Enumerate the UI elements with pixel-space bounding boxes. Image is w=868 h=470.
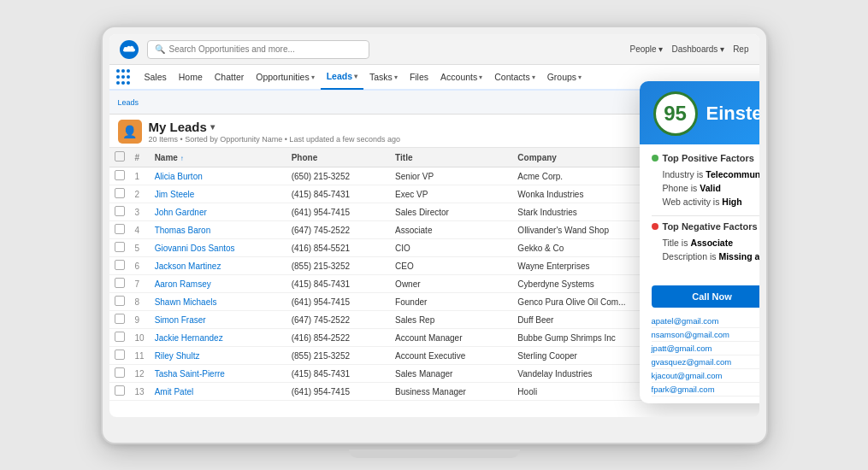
cell-checkbox[interactable] xyxy=(109,167,130,185)
cell-num: 12 xyxy=(130,365,150,383)
cell-num: 5 xyxy=(130,239,150,257)
topbar-people[interactable]: People ▾ xyxy=(630,44,664,54)
cell-title: Sales Manager xyxy=(390,365,512,383)
search-placeholder: Search Opportunities and more... xyxy=(169,44,295,54)
cell-phone: (416) 854-2522 xyxy=(286,329,390,347)
email-row[interactable]: nsamson@gmail.com› xyxy=(652,328,759,342)
cell-num: 7 xyxy=(130,275,150,293)
topbar-rep[interactable]: Rep xyxy=(733,44,748,54)
cell-phone: (415) 845-7431 xyxy=(286,365,390,383)
col-name[interactable]: Name ↑ xyxy=(150,148,286,167)
topbar-dashboards[interactable]: Dashboards ▾ xyxy=(671,44,724,54)
negative-factors-title: Top Negative Factors xyxy=(652,221,759,232)
cell-checkbox[interactable] xyxy=(109,347,130,365)
cell-phone: (650) 215-3252 xyxy=(286,167,390,185)
call-now-button[interactable]: Call Now xyxy=(652,285,759,308)
salesforce-logo xyxy=(120,40,139,59)
cell-name[interactable]: Jackie Hernandez xyxy=(150,329,286,347)
nav-files[interactable]: Files xyxy=(404,64,434,90)
cell-name[interactable]: Giovanni Dos Santos xyxy=(150,239,286,257)
cell-checkbox[interactable] xyxy=(109,329,130,347)
factor-phone: Phone is Valid xyxy=(652,181,759,195)
cell-phone: (641) 954-7415 xyxy=(286,383,390,401)
cell-name[interactable]: Amit Patel xyxy=(150,383,286,401)
col-title[interactable]: Title xyxy=(390,148,512,167)
cell-checkbox[interactable] xyxy=(109,239,130,257)
nav-accounts[interactable]: Accounts ▾ xyxy=(434,64,488,90)
cell-checkbox[interactable] xyxy=(109,185,130,203)
cell-title: CEO xyxy=(390,257,512,275)
cell-name[interactable]: Thomas Baron xyxy=(150,221,286,239)
cell-phone: (415) 845-7431 xyxy=(286,185,390,203)
cell-name[interactable]: Simon Fraser xyxy=(150,311,286,329)
email-row[interactable]: apatel@gmail.com› xyxy=(652,314,759,328)
cell-name[interactable]: Riley Shultz xyxy=(150,347,286,365)
nav-sales[interactable]: Sales xyxy=(139,64,173,90)
cell-phone: (416) 854-5521 xyxy=(286,239,390,257)
email-row[interactable]: gvasquez@gmail.com› xyxy=(652,355,759,369)
cell-name[interactable]: Alicia Burton xyxy=(150,167,286,185)
cell-title: Account Executive xyxy=(390,347,512,365)
laptop-frame: 🔍 Search Opportunities and more... Peopl… xyxy=(101,26,768,444)
email-row[interactable]: jpatt@gmail.com› xyxy=(652,342,759,355)
cell-phone: (647) 745-2522 xyxy=(286,311,390,329)
factor-description: Description is Missing a Value xyxy=(652,250,759,263)
cell-phone: (415) 845-7431 xyxy=(286,275,390,293)
cell-num: 4 xyxy=(130,221,150,239)
cell-title: Sales Director xyxy=(390,203,512,221)
nav-leads[interactable]: Leads ▾ xyxy=(321,64,363,90)
breadcrumb-link[interactable]: Leads xyxy=(118,98,139,107)
factor-web: Web activity is High xyxy=(652,195,759,209)
cell-name[interactable]: Neal Samson xyxy=(150,401,286,403)
positive-factors-section: Top Positive Factors Industry is Telecom… xyxy=(652,153,759,209)
nav-tasks[interactable]: Tasks ▾ xyxy=(363,64,404,90)
factor-title: Title is Associate xyxy=(652,236,759,250)
cell-num: 9 xyxy=(130,311,150,329)
score-panel-header: 95 Einstein Score 🧙 xyxy=(640,81,759,144)
cell-checkbox[interactable] xyxy=(109,293,130,311)
search-icon: 🔍 xyxy=(155,44,165,54)
cell-name[interactable]: John Gardner xyxy=(150,203,286,221)
cell-title: CIO xyxy=(390,239,512,257)
email-address: apatel@gmail.com xyxy=(652,316,719,326)
nav-contacts[interactable]: Contacts ▾ xyxy=(488,64,540,90)
page-icon: 👤 xyxy=(118,120,142,144)
search-bar[interactable]: 🔍 Search Opportunities and more... xyxy=(147,40,369,59)
cell-checkbox[interactable] xyxy=(109,221,130,239)
topbar-right: People ▾ Dashboards ▾ Rep xyxy=(630,44,749,54)
cell-name[interactable]: Jackson Martinez xyxy=(150,257,286,275)
cell-checkbox[interactable] xyxy=(109,383,130,401)
score-circle: 95 xyxy=(653,91,698,136)
positive-factors-title: Top Positive Factors xyxy=(652,153,759,163)
cell-checkbox[interactable] xyxy=(109,365,130,383)
cell-checkbox[interactable] xyxy=(109,401,130,403)
cell-phone: (855) 215-3252 xyxy=(286,257,390,275)
col-checkbox[interactable] xyxy=(109,148,130,167)
cell-num: 14 xyxy=(130,401,150,403)
cell-name[interactable]: Jim Steele xyxy=(150,185,286,203)
cell-name[interactable]: Tasha Saint-Pierre xyxy=(150,365,286,383)
email-row[interactable]: kjacout@gmail.com› xyxy=(652,369,759,383)
cell-num: 8 xyxy=(130,293,150,311)
nav-chatter[interactable]: Chatter xyxy=(209,64,250,90)
cell-name[interactable]: Aaron Ramsey xyxy=(150,275,286,293)
cell-checkbox[interactable] xyxy=(109,257,130,275)
title-dropdown-icon[interactable]: ▾ xyxy=(210,122,215,132)
apps-icon[interactable] xyxy=(116,69,132,85)
cell-checkbox[interactable] xyxy=(109,203,130,221)
cell-title: Sales Rep xyxy=(390,311,512,329)
cell-checkbox[interactable] xyxy=(109,275,130,293)
email-address: jpatt@gmail.com xyxy=(652,344,712,353)
email-row[interactable]: fpark@gmail.com› xyxy=(652,383,759,397)
divider xyxy=(652,215,759,216)
nav-opportunities[interactable]: Opportunities ▾ xyxy=(250,64,320,90)
cell-title: Exec VP xyxy=(390,185,512,203)
nav-groups[interactable]: Groups ▾ xyxy=(541,64,588,90)
cell-num: 13 xyxy=(130,383,150,401)
nav-home[interactable]: Home xyxy=(173,64,209,90)
cell-phone: (647) 745-2522 xyxy=(286,401,390,403)
col-phone[interactable]: Phone xyxy=(286,148,390,167)
cell-num: 3 xyxy=(130,203,150,221)
cell-checkbox[interactable] xyxy=(109,311,130,329)
cell-name[interactable]: Shawn Michaels xyxy=(150,293,286,311)
